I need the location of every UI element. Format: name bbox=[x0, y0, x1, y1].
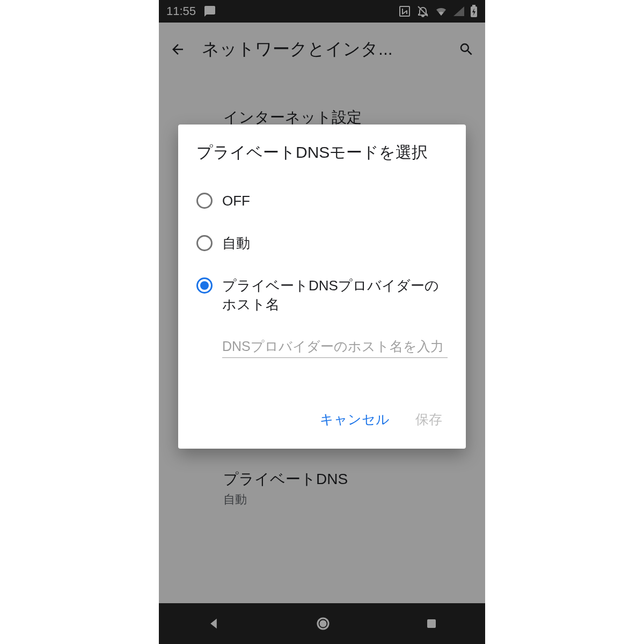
radio-option-auto[interactable]: 自動 bbox=[196, 222, 448, 265]
dialog-title: プライベートDNSモードを選択 bbox=[196, 142, 448, 164]
cancel-button[interactable]: キャンセル bbox=[318, 406, 392, 433]
private-dns-dialog: プライベートDNSモードを選択 OFF 自動 プライベートDNSプロバイダーのホ… bbox=[178, 125, 466, 449]
dns-hostname-input[interactable] bbox=[222, 335, 448, 358]
radio-icon bbox=[196, 193, 213, 209]
dialog-actions: キャンセル 保存 bbox=[196, 379, 448, 443]
phone-frame: 11:55 ネットワークとインタ... インターネット設定 設定しない プライベ… bbox=[159, 0, 485, 644]
radio-icon-checked bbox=[196, 277, 213, 294]
radio-option-hostname[interactable]: プライベートDNSプロバイダーのホスト名 bbox=[196, 265, 448, 326]
save-button[interactable]: 保存 bbox=[413, 406, 444, 433]
radio-label-auto: 自動 bbox=[222, 234, 250, 253]
radio-label-off: OFF bbox=[222, 192, 250, 210]
radio-option-off[interactable]: OFF bbox=[196, 180, 448, 222]
radio-icon bbox=[196, 235, 213, 251]
radio-label-hostname: プライベートDNSプロバイダーのホスト名 bbox=[222, 276, 448, 314]
